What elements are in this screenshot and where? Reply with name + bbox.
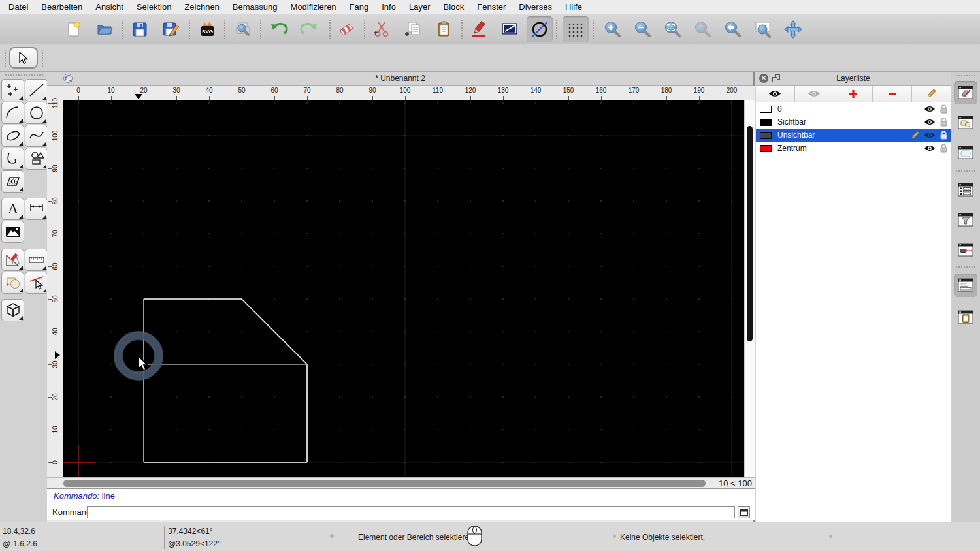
spline-tool-button[interactable] — [25, 125, 48, 147]
drawing-canvas[interactable] — [63, 100, 744, 477]
layer-visibility-icon[interactable] — [924, 118, 936, 126]
menu-item-bearbeiten[interactable]: Bearbeiten — [35, 2, 89, 12]
layer-visibility-icon[interactable] — [924, 105, 936, 113]
layer-visibility-icon[interactable] — [924, 144, 936, 152]
h-ruler-label: 60 — [270, 87, 278, 94]
circle-tool-button[interactable] — [25, 102, 48, 124]
layer-row-0[interactable]: 0 — [756, 102, 951, 116]
edit-layer-button[interactable] — [912, 86, 951, 102]
v-scrollbar-thumb[interactable] — [747, 126, 753, 341]
paste-button[interactable] — [431, 16, 457, 42]
h-ruler-label: 20 — [140, 87, 147, 94]
zoom-auto-button[interactable] — [660, 16, 686, 42]
shapes-tool-button[interactable] — [25, 148, 48, 170]
menu-item-modifizieren[interactable]: Modifizieren — [284, 2, 343, 12]
erase-button[interactable] — [333, 16, 359, 42]
pan-button[interactable] — [780, 16, 806, 42]
h-scrollbar-thumb[interactable] — [63, 480, 706, 487]
image-tool-button[interactable] — [1, 221, 24, 243]
text-tool-button[interactable]: A — [1, 198, 24, 220]
command-window-button[interactable] — [738, 506, 750, 518]
snap-indicator — [118, 336, 159, 376]
menu-item-diverses[interactable]: Diverses — [512, 2, 559, 12]
zoom-in-button[interactable] — [600, 16, 626, 42]
menu-item-layer[interactable]: Layer — [402, 2, 437, 12]
zoom-selection-button[interactable] — [690, 16, 716, 42]
arc-tool-button[interactable] — [1, 102, 24, 124]
polyline-tool-button[interactable] — [1, 148, 24, 170]
circle-diagonal-button[interactable] — [527, 16, 553, 42]
svg-export-button[interactable]: SVG — [194, 16, 220, 42]
eye-disabled-icon — [808, 89, 821, 98]
snap-edit-tool-button[interactable] — [25, 272, 48, 294]
layer-lock-icon[interactable] — [939, 144, 948, 153]
property-editor-panel-button[interactable] — [954, 141, 977, 165]
h-ruler-label: 120 — [465, 87, 476, 94]
h-ruler-label: 40 — [205, 87, 212, 94]
menu-item-hilfe[interactable]: Hilfe — [559, 2, 589, 12]
scissors-icon — [372, 20, 392, 39]
hatch-tool-button[interactable] — [1, 170, 24, 193]
points-tool-button[interactable] — [1, 79, 24, 101]
zoom-out-button[interactable] — [630, 16, 656, 42]
hide-all-layers-button[interactable] — [795, 86, 834, 102]
draw-pencil-button[interactable] — [466, 16, 493, 42]
command-input[interactable] — [87, 506, 735, 518]
layer-list-panel-button[interactable] — [954, 81, 977, 104]
layer-lock-icon[interactable] — [939, 118, 948, 127]
line-settings-button[interactable] — [497, 16, 523, 42]
line-tool-button[interactable] — [25, 79, 48, 101]
eraser-icon — [337, 20, 355, 39]
command-line-panel-button[interactable] — [954, 274, 977, 297]
menu-item-ansicht[interactable]: Ansicht — [89, 2, 130, 12]
layer-edit-icon[interactable] — [910, 131, 920, 140]
layer-row-zentrum[interactable]: Zentrum — [756, 142, 951, 155]
print-preview-button[interactable] — [230, 16, 256, 42]
menu-item-zeichnen[interactable]: Zeichnen — [178, 2, 225, 12]
layer-panel-titlebar: ✕ Layerliste — [756, 72, 951, 86]
save-as-button[interactable] — [157, 16, 184, 42]
cut-button[interactable] — [369, 16, 395, 42]
layer-lock-icon[interactable] — [939, 131, 948, 140]
menu-item-fang[interactable]: Fang — [343, 2, 376, 12]
grid-toggle-button[interactable] — [563, 16, 589, 42]
layer-lock-icon[interactable] — [939, 104, 948, 114]
dimension-tool-button[interactable] — [25, 198, 48, 220]
menu-item-block[interactable]: Block — [436, 2, 470, 12]
layer-visibility-icon[interactable] — [924, 131, 936, 139]
layer-row-sichtbar[interactable]: Sichtbar — [756, 116, 951, 129]
new-file-button[interactable] — [61, 16, 87, 42]
open-file-button[interactable] — [91, 16, 118, 42]
show-all-layers-button[interactable] — [756, 86, 795, 102]
vertical-scrollbar[interactable] — [744, 100, 755, 477]
modify-tool-button[interactable] — [1, 272, 24, 294]
measurement-panel-icon — [957, 242, 974, 258]
redo-button[interactable] — [296, 16, 322, 42]
save-button[interactable] — [127, 16, 153, 42]
menu-item-selektion[interactable]: Selektion — [130, 2, 178, 12]
view-list-panel-button[interactable] — [954, 178, 977, 202]
horizontal-scrollbar[interactable]: 10 < 100 — [47, 477, 755, 488]
add-layer-button[interactable] — [834, 86, 874, 102]
selection-tool-button[interactable] — [9, 47, 38, 69]
menu-item-fenster[interactable]: Fenster — [470, 2, 512, 12]
menu-item-bemassung[interactable]: Bemassung — [226, 2, 284, 12]
menu-item-info[interactable]: Info — [375, 2, 402, 12]
measurement-panel-button[interactable] — [954, 238, 977, 262]
zoom-window-icon — [754, 20, 772, 39]
ellipse-tool-button[interactable] — [1, 125, 24, 147]
undo-button[interactable] — [266, 16, 292, 42]
layer-row-unsichtbar[interactable]: Unsichtbar — [756, 129, 951, 142]
copy-button[interactable] — [400, 16, 427, 42]
measure-tool-button[interactable] — [25, 249, 48, 271]
selection-filter-panel-button[interactable] — [954, 208, 977, 232]
zoom-previous-button[interactable] — [720, 16, 746, 42]
clipboard-panel-button[interactable] — [954, 306, 977, 329]
block-list-panel-button[interactable] — [954, 111, 977, 134]
menu-item-datei[interactable]: Datei — [2, 2, 35, 12]
box3d-tool-button[interactable] — [1, 299, 24, 321]
cad-tools-button[interactable] — [1, 249, 24, 271]
print-preview-icon — [234, 20, 252, 39]
remove-layer-button[interactable] — [873, 86, 912, 102]
zoom-window-button[interactable] — [750, 16, 776, 42]
